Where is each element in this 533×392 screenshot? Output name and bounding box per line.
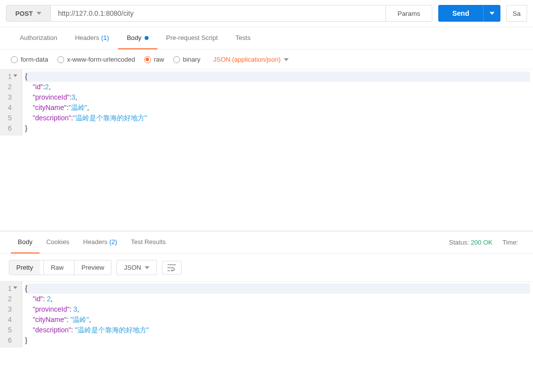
- tab-resp-cookies[interactable]: Cookies: [39, 231, 76, 253]
- line-gutter: 1 2 3 4 5 6: [0, 70, 22, 136]
- chevron-down-icon: [145, 266, 150, 269]
- radio-label: form-data: [21, 56, 48, 63]
- line-number: 4: [8, 103, 17, 113]
- line-number: 2: [8, 82, 17, 92]
- line-number: 5: [8, 325, 17, 335]
- tab-label: Headers: [75, 34, 99, 41]
- request-body-editor[interactable]: 1 2 3 4 5 6 { "id":2, "provinceId":3, "c…: [0, 70, 533, 231]
- code-content[interactable]: { "id": 2, "provinceId": 3, "cityName": …: [22, 282, 533, 348]
- body-type-options: form-data x-www-form-urlencoded raw bina…: [0, 50, 533, 70]
- radio-label: x-www-form-urlencoded: [67, 56, 135, 63]
- code-token: "温岭是个靠海的好地方": [75, 326, 149, 334]
- method-label: POST: [15, 10, 33, 17]
- view-mode-toggle: Pretty Raw Preview: [9, 260, 112, 275]
- status-label: Status:: [449, 239, 469, 246]
- tab-resp-body[interactable]: Body: [11, 231, 39, 253]
- tab-authorization[interactable]: Authorization: [11, 27, 66, 49]
- radio-form-data[interactable]: form-data: [11, 56, 48, 63]
- tab-label: Authorization: [20, 34, 57, 41]
- line-number: 2: [8, 294, 17, 304]
- tab-tests[interactable]: Tests: [227, 27, 259, 49]
- code-token: "温岭是个靠海的好地方": [73, 114, 147, 122]
- line-number: 5: [8, 113, 17, 123]
- view-pretty[interactable]: Pretty: [9, 260, 40, 275]
- view-raw[interactable]: Raw: [43, 260, 71, 275]
- code-token: "id": [33, 295, 43, 303]
- code-token: "cityName": [33, 316, 66, 323]
- fold-icon: [13, 74, 17, 77]
- radio-icon: [173, 56, 180, 63]
- radio-urlencoded[interactable]: x-www-form-urlencoded: [57, 56, 135, 63]
- code-content[interactable]: { "id":2, "provinceId":3, "cityName":"温岭…: [22, 70, 533, 136]
- wrap-lines-button[interactable]: [162, 261, 182, 275]
- line-number: 1: [8, 72, 12, 80]
- code-token: "cityName": [33, 104, 66, 111]
- tab-label: Headers: [83, 238, 108, 246]
- tab-label: Body: [127, 34, 142, 41]
- wrap-icon: [167, 264, 176, 271]
- header-count: (1): [101, 34, 109, 41]
- code-token: "温岭": [69, 104, 87, 111]
- response-body-editor[interactable]: 1 2 3 4 5 6 { "id": 2, "provinceId": 3, …: [0, 282, 533, 380]
- response-tabs: Body Cookies Headers (2) Test Results St…: [0, 231, 533, 254]
- header-count: (2): [109, 238, 117, 246]
- radio-icon: [144, 56, 151, 63]
- line-number: 6: [8, 335, 17, 346]
- tab-label: Tests: [235, 34, 250, 41]
- chevron-down-icon: [284, 58, 289, 61]
- content-type-label: JSON (application/json): [213, 56, 281, 63]
- radio-label: raw: [154, 56, 164, 63]
- code-token: }: [25, 336, 28, 344]
- format-label: JSON: [124, 264, 141, 271]
- request-url-bar: POST Params Send Sa: [0, 0, 533, 27]
- unsaved-dot-icon: [145, 36, 149, 40]
- response-meta: Status: 200 OK Time:: [449, 239, 522, 246]
- code-token: 2: [47, 295, 51, 303]
- code-token: "description": [33, 114, 71, 122]
- code-token: "provinceId": [33, 93, 70, 101]
- tab-resp-headers[interactable]: Headers (2): [76, 231, 124, 253]
- line-number: 4: [8, 315, 17, 325]
- tab-body[interactable]: Body: [118, 27, 157, 49]
- send-button[interactable]: Send: [438, 5, 483, 22]
- radio-binary[interactable]: binary: [173, 56, 200, 63]
- status-value: 200 OK: [471, 239, 493, 246]
- fold-icon: [13, 286, 17, 289]
- code-token: }: [25, 124, 28, 132]
- tab-label: Pre-request Script: [166, 34, 218, 41]
- tab-resp-tests[interactable]: Test Results: [124, 231, 173, 253]
- line-number: 6: [8, 123, 17, 134]
- line-number: 3: [8, 92, 17, 103]
- chevron-down-icon: [490, 12, 495, 15]
- code-token: {: [25, 285, 28, 292]
- code-token: "description": [33, 326, 71, 334]
- http-method-select[interactable]: POST: [6, 5, 51, 22]
- content-type-select[interactable]: JSON (application/json): [213, 56, 289, 63]
- code-token: {: [25, 72, 28, 80]
- radio-label: binary: [183, 56, 200, 63]
- code-token: 3: [72, 93, 76, 101]
- line-gutter: 1 2 3 4 5 6: [0, 282, 22, 348]
- line-number: 3: [8, 304, 17, 315]
- tab-prerequest[interactable]: Pre-request Script: [157, 27, 227, 49]
- tab-headers[interactable]: Headers (1): [66, 27, 118, 49]
- code-token: 2: [45, 83, 49, 91]
- send-dropdown[interactable]: [483, 5, 500, 22]
- response-view-bar: Pretty Raw Preview JSON: [0, 254, 533, 282]
- line-number: 1: [8, 285, 12, 292]
- save-button[interactable]: Sa: [506, 5, 527, 22]
- radio-raw[interactable]: raw: [144, 56, 164, 63]
- format-select[interactable]: JSON: [116, 260, 157, 275]
- chevron-down-icon: [37, 12, 41, 15]
- radio-icon: [11, 56, 18, 63]
- code-token: "温岭": [70, 316, 89, 323]
- request-tabs: Authorization Headers (1) Body Pre-reque…: [0, 27, 533, 50]
- time-label: Time:: [502, 239, 518, 246]
- view-preview[interactable]: Preview: [74, 260, 111, 275]
- code-token: "provinceId": [33, 305, 70, 313]
- params-button[interactable]: Params: [386, 5, 433, 22]
- url-input[interactable]: [51, 5, 385, 22]
- code-token: "id": [33, 83, 43, 91]
- radio-icon: [57, 56, 64, 63]
